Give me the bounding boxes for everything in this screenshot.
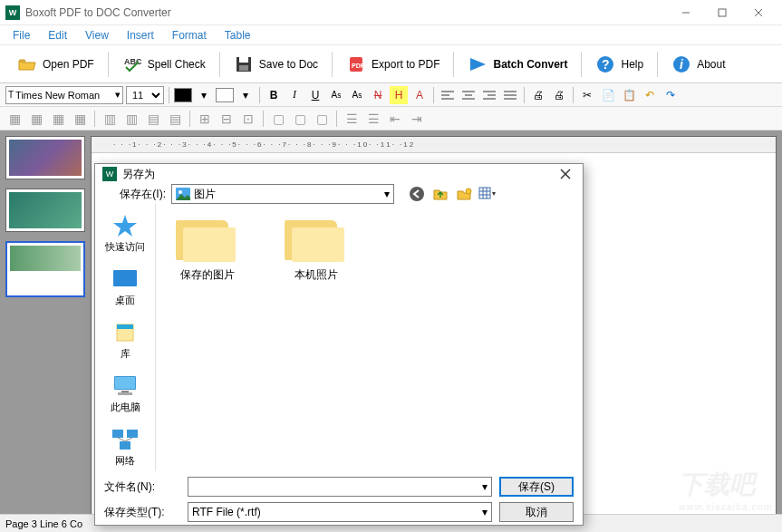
svg-rect-42 <box>121 391 129 392</box>
place-quick-access[interactable]: 快速访问 <box>99 209 151 257</box>
undo-button[interactable]: ↶ <box>641 86 659 104</box>
menu-format[interactable]: Format <box>163 27 216 44</box>
chevron-down-icon[interactable]: ▾ <box>195 86 213 104</box>
subscript-button[interactable]: As <box>348 86 366 104</box>
strikethrough-button[interactable]: N <box>369 86 387 104</box>
menu-edit[interactable]: Edit <box>39 27 76 44</box>
menu-file[interactable]: File <box>4 27 39 44</box>
save-in-combo[interactable]: 图片 ▾ <box>171 184 394 204</box>
table-row-icon[interactable]: ▤ <box>166 110 184 128</box>
font-name-value: Times New Roman <box>15 90 100 101</box>
border-icon[interactable]: ▢ <box>291 110 309 128</box>
table-toolbar: ▦ ▦ ▦ ▦ ▥ ▥ ▤ ▤ ⊞ ⊟ ⊡ ▢ ▢ ▢ ☰ ☰ ⇤ ⇥ <box>0 107 782 131</box>
save-button[interactable]: 保存(S) <box>499 477 574 497</box>
align-left-button[interactable] <box>439 86 457 104</box>
highlight-button[interactable]: H <box>390 86 408 104</box>
merge-icon[interactable]: ⊞ <box>196 110 214 128</box>
italic-button[interactable]: I <box>285 86 304 104</box>
view-menu-button[interactable] <box>478 184 497 204</box>
titlebar: W Boxoft PDF to DOC Converter <box>0 0 782 25</box>
chevron-down-icon[interactable]: ▾ <box>237 86 255 104</box>
svg-text:ABC: ABC <box>124 57 142 66</box>
separator <box>189 111 190 127</box>
menu-table[interactable]: Table <box>216 27 260 44</box>
border-icon[interactable]: ▢ <box>269 110 287 128</box>
file-listing[interactable]: 保存的图片 本机照片 <box>155 204 583 471</box>
print-button[interactable]: 🖨 <box>529 86 547 104</box>
page-thumbnail-selected[interactable] <box>5 241 85 297</box>
bold-button[interactable]: B <box>265 86 283 104</box>
align-center-button[interactable] <box>459 86 478 104</box>
star-icon <box>111 213 140 238</box>
new-folder-button[interactable] <box>454 184 474 204</box>
place-library[interactable]: 库 <box>99 316 151 364</box>
save-in-label: 保存在(I): <box>101 187 166 202</box>
place-this-pc[interactable]: 此电脑 <box>99 370 151 418</box>
svg-rect-41 <box>115 377 135 389</box>
cut-button[interactable]: ✂ <box>578 86 596 104</box>
chevron-down-icon: ▾ <box>384 188 390 200</box>
outdent-icon[interactable]: ⇤ <box>386 110 404 128</box>
folder-saved-pictures[interactable]: 保存的图片 <box>167 215 248 283</box>
filename-input[interactable]: ▾ <box>188 477 492 497</box>
folder-icon <box>176 215 239 264</box>
menu-insert[interactable]: Insert <box>118 27 163 44</box>
table-col-icon[interactable]: ▥ <box>101 110 119 128</box>
table-icon[interactable]: ▦ <box>27 110 45 128</box>
window-title: Boxoft PDF to DOC Converter <box>25 6 668 19</box>
export-to-pdf-button[interactable]: PDF Export to PDF <box>334 49 451 80</box>
page-thumbnail[interactable] <box>5 136 85 179</box>
border-icon[interactable]: ▢ <box>313 110 331 128</box>
status-text: Page 3 Line 6 Co <box>5 518 82 529</box>
dialog-titlebar[interactable]: W 另存为 <box>95 164 583 184</box>
redo-button[interactable]: ↷ <box>661 86 680 104</box>
menu-view[interactable]: View <box>76 27 118 44</box>
filetype-select[interactable]: RTF File (*.rtf) ▾ <box>188 502 492 522</box>
table-col-icon[interactable]: ▥ <box>122 110 140 128</box>
horizontal-ruler: · · ·1· · ·2· · ·3· · ·4· · ·5· · ·6· · … <box>92 137 776 153</box>
bg-color-picker[interactable] <box>216 88 234 102</box>
cancel-button[interactable]: 取消 <box>499 502 574 522</box>
font-color-button[interactable]: A <box>410 86 429 104</box>
table-icon[interactable]: ▦ <box>71 110 89 128</box>
separator <box>108 52 109 77</box>
bullet-list-icon[interactable]: ☰ <box>343 110 361 128</box>
svg-rect-39 <box>117 324 133 329</box>
about-button[interactable]: i About <box>660 49 737 80</box>
align-right-button[interactable] <box>480 86 498 104</box>
font-size-select[interactable]: 11 <box>126 86 164 104</box>
table-row-icon[interactable]: ▤ <box>144 110 162 128</box>
align-justify-button[interactable] <box>501 86 519 104</box>
superscript-button[interactable]: As <box>327 86 345 104</box>
batch-convert-button[interactable]: Batch Convert <box>456 49 579 80</box>
minimize-button[interactable] <box>668 1 704 24</box>
number-list-icon[interactable]: ☰ <box>364 110 382 128</box>
text-color-picker[interactable] <box>174 88 192 102</box>
place-desktop[interactable]: 桌面 <box>99 263 151 311</box>
font-name-select[interactable]: T Times New Roman ▾ <box>5 86 123 104</box>
back-button[interactable] <box>407 184 427 204</box>
paste-button[interactable]: 📋 <box>620 86 638 104</box>
indent-icon[interactable]: ⇥ <box>408 110 426 128</box>
spellcheck-icon: ABC <box>122 54 142 74</box>
folder-camera-roll[interactable]: 本机照片 <box>275 215 357 283</box>
table-insert-icon[interactable]: ▦ <box>5 110 24 128</box>
underline-button[interactable]: U <box>306 86 324 104</box>
split-icon[interactable]: ⊡ <box>239 110 257 128</box>
print-preview-button[interactable]: 🖨 <box>550 86 568 104</box>
table-icon[interactable]: ▦ <box>49 110 67 128</box>
svg-line-48 <box>125 438 132 441</box>
maximize-button[interactable] <box>704 1 740 24</box>
close-button[interactable] <box>740 1 777 24</box>
separator <box>263 111 264 127</box>
spell-check-button[interactable]: ABC Spell Check <box>111 49 217 80</box>
copy-button[interactable]: 📄 <box>599 86 617 104</box>
up-button[interactable] <box>430 184 450 204</box>
split-icon[interactable]: ⊟ <box>217 110 236 128</box>
save-to-doc-button[interactable]: Save to Doc <box>222 49 330 80</box>
page-thumbnail[interactable] <box>5 189 85 232</box>
open-pdf-button[interactable]: Open PDF <box>5 49 106 80</box>
help-button[interactable]: ? Help <box>584 49 655 80</box>
dialog-close-button[interactable] <box>555 164 575 184</box>
place-network[interactable]: 网络 <box>99 423 151 471</box>
